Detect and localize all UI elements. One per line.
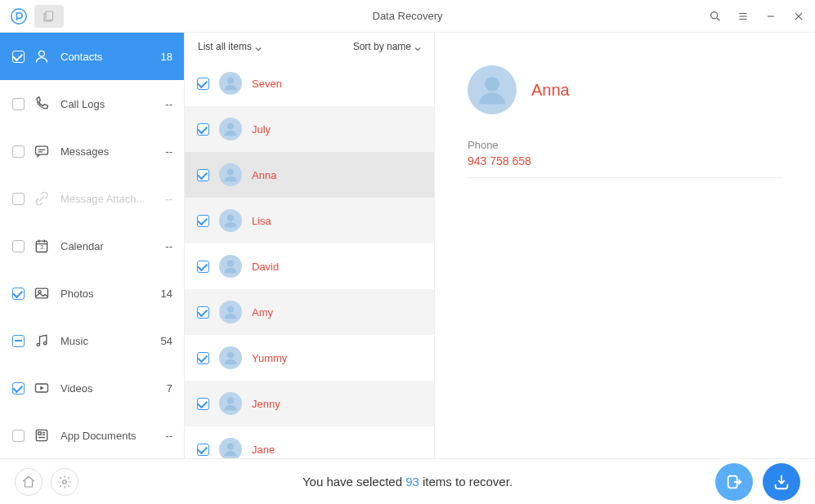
- sidebar-item-count: 7: [167, 382, 172, 395]
- avatar: [219, 255, 242, 278]
- checkbox[interactable]: [196, 214, 209, 227]
- svg-line-3: [717, 18, 719, 20]
- sidebar-item-photos[interactable]: Photos14: [0, 270, 184, 317]
- sidebar-item-count: --: [165, 240, 172, 252]
- svg-point-37: [63, 479, 67, 484]
- app-logo-icon: [10, 7, 28, 25]
- sidebar-item-label: App Documents: [60, 430, 165, 442]
- svg-point-10: [39, 51, 45, 56]
- checkbox[interactable]: [11, 97, 25, 110]
- chevron-down-icon: [414, 43, 421, 50]
- contact-row[interactable]: Seven: [185, 60, 434, 106]
- titlebar: Data Recovery: [0, 0, 815, 33]
- contact-name: Amy: [252, 306, 273, 319]
- list-mode-label: List all items: [198, 41, 252, 52]
- avatar: [219, 392, 242, 415]
- window-title: Data Recovery: [0, 10, 815, 22]
- checkbox[interactable]: [11, 381, 25, 395]
- sidebar-item-label: Calendar: [60, 240, 165, 252]
- svg-rect-1: [46, 11, 53, 20]
- export-button[interactable]: [715, 463, 753, 501]
- svg-point-28: [227, 123, 234, 130]
- avatar: [468, 65, 517, 114]
- checkbox[interactable]: [196, 397, 209, 410]
- svg-point-30: [227, 215, 234, 221]
- sidebar-item-count: 54: [161, 335, 172, 347]
- sidebar-item-appdocs[interactable]: App Documents--: [0, 412, 184, 458]
- svg-point-31: [227, 261, 234, 267]
- checkbox[interactable]: [11, 287, 25, 300]
- sidebar-item-count: 14: [161, 288, 172, 300]
- menu-icon[interactable]: [737, 10, 750, 23]
- sidebar-item-calendar[interactable]: 3Calendar--: [0, 222, 184, 270]
- close-icon[interactable]: [792, 10, 805, 23]
- sidebar: Contacts18Call Logs--Messages--Message A…: [0, 33, 185, 458]
- checkbox[interactable]: [11, 239, 25, 252]
- contact-row[interactable]: Jenny: [185, 381, 434, 426]
- checkbox[interactable]: [11, 50, 25, 63]
- contact-name: Seven: [252, 78, 282, 90]
- contact-row[interactable]: July: [185, 106, 434, 152]
- checkbox[interactable]: [11, 334, 25, 347]
- contact-row[interactable]: Amy: [185, 289, 434, 335]
- avatar: [219, 438, 242, 458]
- avatar: [219, 301, 242, 323]
- contact-row[interactable]: Lisa: [185, 198, 434, 243]
- contact-row[interactable]: David: [185, 243, 434, 289]
- contact-row[interactable]: Anna: [185, 152, 434, 198]
- phone-label: Phone: [468, 139, 782, 151]
- svg-point-35: [227, 444, 234, 450]
- svg-point-0: [11, 8, 26, 23]
- checkbox[interactable]: [196, 123, 209, 136]
- sidebar-item-contacts[interactable]: Contacts18: [0, 33, 184, 80]
- checkbox[interactable]: [196, 168, 209, 181]
- checkbox[interactable]: [196, 306, 209, 319]
- sidebar-item-calllogs[interactable]: Call Logs--: [0, 80, 184, 127]
- sidebar-item-label: Photos: [60, 288, 161, 300]
- sidebar-item-count: --: [165, 430, 172, 442]
- svg-rect-23: [38, 432, 41, 435]
- contact-list[interactable]: SevenJulyAnnaLisaDavidAmyYummyJennyJane: [185, 60, 434, 458]
- download-button[interactable]: [763, 463, 800, 501]
- sort-dropdown[interactable]: Sort by name: [353, 41, 421, 52]
- detail-name: Anna: [531, 81, 570, 100]
- phone-value: 943 758 658: [468, 154, 782, 178]
- checkbox[interactable]: [196, 351, 209, 364]
- search-icon[interactable]: [709, 10, 722, 23]
- sidebar-item-label: Call Logs: [60, 98, 165, 110]
- home-button[interactable]: [15, 468, 43, 496]
- checkbox[interactable]: [11, 429, 25, 442]
- checkbox[interactable]: [196, 260, 209, 273]
- checkbox[interactable]: [11, 192, 25, 205]
- list-mode-dropdown[interactable]: List all items: [198, 41, 262, 52]
- sidebar-item-count: --: [165, 193, 172, 205]
- svg-text:3: 3: [40, 244, 43, 250]
- sidebar-item-messages[interactable]: Messages--: [0, 127, 184, 175]
- sidebar-item-music[interactable]: Music54: [0, 317, 184, 364]
- svg-point-33: [227, 352, 234, 359]
- sidebar-item-label: Music: [60, 335, 161, 347]
- music-icon: [33, 332, 51, 350]
- avatar: [219, 72, 242, 95]
- sidebar-item-videos[interactable]: Videos7: [0, 364, 184, 412]
- message-icon: [33, 142, 51, 160]
- svg-point-19: [37, 343, 39, 346]
- checkbox[interactable]: [11, 145, 25, 158]
- footer: You have selected 93 items to recover.: [0, 458, 815, 504]
- svg-point-20: [44, 342, 47, 345]
- sidebar-item-count: --: [165, 98, 172, 110]
- contact-name: Yummy: [252, 352, 287, 364]
- minimize-icon[interactable]: [764, 10, 777, 23]
- phone-icon: [33, 95, 51, 113]
- contact-row[interactable]: Jane: [185, 426, 434, 458]
- checkbox[interactable]: [196, 77, 209, 90]
- sidebar-item-label: Messages: [60, 145, 165, 158]
- main-content: Contacts18Call Logs--Messages--Message A…: [0, 33, 815, 458]
- checkbox[interactable]: [196, 443, 209, 456]
- sidebar-item-count: 18: [161, 51, 172, 63]
- file-button[interactable]: [34, 5, 64, 28]
- contact-row[interactable]: Yummy: [185, 335, 434, 381]
- avatar: [219, 346, 242, 369]
- photo-icon: [33, 284, 51, 302]
- settings-button[interactable]: [51, 468, 78, 496]
